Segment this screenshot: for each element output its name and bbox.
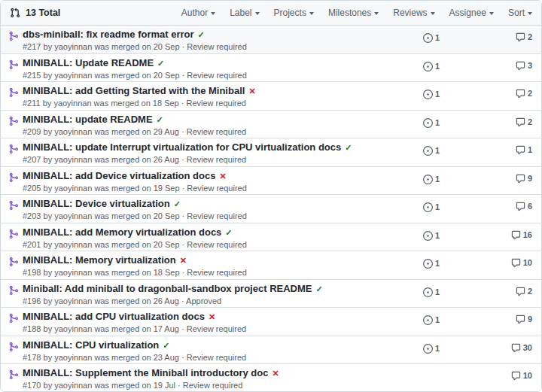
pull-request-title[interactable]: MINIBALL: add Getting Started with the M… xyxy=(23,86,245,96)
comment-column: 2 xyxy=(495,111,541,138)
comment-icon xyxy=(516,61,525,71)
pull-request-row[interactable]: MINIBALL: Memory virtualization ✕ #198 b… xyxy=(1,251,541,280)
chevron-down-icon xyxy=(309,12,314,15)
pull-request-row[interactable]: dbs-miniball: fix readme format error ✓ … xyxy=(1,26,541,54)
pull-request-row[interactable]: MINIBALL: Supplement the Miniball introd… xyxy=(1,364,541,392)
review-column: 1 xyxy=(423,167,495,195)
comments-link[interactable]: 9 xyxy=(516,315,532,324)
filter-button[interactable]: Author xyxy=(181,8,215,18)
comment-icon xyxy=(511,258,521,268)
pull-request-title[interactable]: MINIBALL: Supplement the Miniball introd… xyxy=(23,368,268,378)
pull-request-row[interactable]: MINIBALL: add Device virtualization docs… xyxy=(1,167,541,196)
pull-request-row[interactable]: MINIBALL: Device virtualization ✓ #203 b… xyxy=(1,195,541,223)
review-count: 1 xyxy=(435,202,440,212)
pull-request-row[interactable]: Miniball: Add miniball to dragonball-san… xyxy=(1,280,541,308)
git-merge-icon xyxy=(8,251,20,279)
status-icon: ✓ xyxy=(315,284,322,294)
comment-icon xyxy=(516,174,525,184)
pull-request-meta: #170 by yaoyinnan was merged on 19 Jul ·… xyxy=(23,381,423,390)
title-line: MINIBALL: Supplement the Miniball introd… xyxy=(23,368,423,378)
review-status-icon xyxy=(423,62,433,71)
comments-link[interactable]: 10 xyxy=(511,371,532,381)
filter-label: Assignee xyxy=(449,8,486,18)
pull-requests-list: 13 Total Author Label Projects Milestone… xyxy=(0,0,542,392)
comments-link[interactable]: 2 xyxy=(516,32,532,42)
filter-button[interactable]: Milestones xyxy=(328,8,379,18)
review-column: 1 xyxy=(423,308,495,336)
comments-link[interactable]: 9 xyxy=(516,174,532,184)
pull-request-row[interactable]: MINIBALL: CPU virtualization ✓ #178 by y… xyxy=(1,336,541,365)
pull-request-row[interactable]: MINIBALL: add Memory virtualization docs… xyxy=(1,223,541,252)
review-badge[interactable]: 1 xyxy=(423,344,440,354)
review-badge[interactable]: 1 xyxy=(423,202,440,212)
pull-request-row[interactable]: MINIBALL: add CPU virtualization docs ✕ … xyxy=(1,308,541,336)
comments-link[interactable]: 6 xyxy=(516,202,532,211)
review-count: 1 xyxy=(435,90,440,99)
review-badge[interactable]: 1 xyxy=(423,259,440,269)
pull-request-title[interactable]: MINIBALL: Update README xyxy=(23,58,154,68)
filter-button[interactable]: Label xyxy=(230,8,259,18)
pull-request-row[interactable]: MINIBALL: update README ✓ #209 by yaoyin… xyxy=(1,111,541,139)
pull-request-row[interactable]: MINIBALL: Update README ✓ #215 by yaoyin… xyxy=(1,54,541,83)
status-icon: ✕ xyxy=(272,368,279,378)
review-column: 1 xyxy=(423,82,495,110)
pull-request-main: MINIBALL: add CPU virtualization docs ✕ … xyxy=(23,308,423,336)
comments-link[interactable]: 2 xyxy=(516,89,532,99)
status-icon: ✕ xyxy=(209,311,215,322)
pull-request-title[interactable]: MINIBALL: CPU virtualization xyxy=(23,340,159,351)
review-status-icon xyxy=(423,175,433,184)
pull-request-title[interactable]: MINIBALL: Device virtualization xyxy=(23,199,170,209)
pull-request-title[interactable]: dbs-miniball: fix readme format error xyxy=(23,29,194,40)
total-count-group: 13 Total xyxy=(10,8,60,18)
pull-request-title[interactable]: MINIBALL: add CPU virtualization docs xyxy=(23,311,205,322)
comment-count: 2 xyxy=(528,89,532,99)
review-badge[interactable]: 1 xyxy=(423,62,440,71)
review-badge[interactable]: 1 xyxy=(423,287,440,297)
pull-request-title[interactable]: MINIBALL: update Interrupt virtualizatio… xyxy=(23,142,341,153)
review-badge[interactable]: 1 xyxy=(423,90,440,99)
title-line: MINIBALL: Device virtualization ✓ xyxy=(23,199,423,209)
review-status-icon xyxy=(423,231,433,241)
pull-request-title[interactable]: Miniball: Add miniball to dragonball-san… xyxy=(23,284,312,294)
comment-column: 3 xyxy=(495,54,541,82)
filter-button[interactable]: Projects xyxy=(274,8,314,18)
comments-link[interactable]: 2 xyxy=(516,287,532,296)
comments-link[interactable]: 30 xyxy=(511,343,532,353)
pull-request-title[interactable]: MINIBALL: update README xyxy=(23,114,153,125)
review-status-icon xyxy=(423,315,433,325)
pull-request-title[interactable]: MINIBALL: Memory virtualization xyxy=(23,255,176,266)
comment-count: 10 xyxy=(523,258,532,268)
review-badge[interactable]: 1 xyxy=(423,146,440,156)
status-icon: ✓ xyxy=(157,58,164,68)
pull-request-title[interactable]: MINIBALL: add Memory virtualization docs xyxy=(23,227,221,238)
status-icon: ✕ xyxy=(219,171,226,181)
review-badge[interactable]: 1 xyxy=(423,231,440,241)
comments-link[interactable]: 16 xyxy=(511,230,532,240)
comments-link[interactable]: 3 xyxy=(516,61,532,71)
filter-button[interactable]: Reviews xyxy=(393,8,434,18)
review-column: 1 xyxy=(423,195,495,223)
filter-button[interactable]: Sort xyxy=(508,8,532,18)
pull-request-row[interactable]: MINIBALL: update Interrupt virtualizatio… xyxy=(1,138,541,167)
review-badge[interactable]: 1 xyxy=(423,315,440,325)
filter-button[interactable]: Assignee xyxy=(449,8,494,18)
comment-icon xyxy=(516,287,525,296)
review-badge[interactable]: 1 xyxy=(423,33,440,43)
filter-label: Sort xyxy=(508,8,525,18)
comments-link[interactable]: 1 xyxy=(516,145,532,155)
comments-link[interactable]: 2 xyxy=(516,117,532,127)
pull-request-meta: #215 by yaoyinnan was merged on 20 Sep ·… xyxy=(23,71,423,80)
comment-icon xyxy=(516,89,525,99)
review-column xyxy=(423,364,495,392)
status-icon: ✓ xyxy=(174,199,181,209)
review-badge[interactable]: 1 xyxy=(423,175,440,184)
comment-column: 2 xyxy=(495,82,541,110)
pull-request-main: MINIBALL: Memory virtualization ✕ #198 b… xyxy=(23,251,423,279)
pull-request-title[interactable]: MINIBALL: add Device virtualization docs xyxy=(23,171,215,181)
pull-request-row[interactable]: MINIBALL: add Getting Started with the M… xyxy=(1,82,541,111)
review-badge[interactable]: 1 xyxy=(423,118,440,128)
comments-link[interactable]: 10 xyxy=(511,258,532,268)
pull-request-main: MINIBALL: add Getting Started with the M… xyxy=(23,82,423,110)
review-count: 1 xyxy=(435,33,440,43)
review-count: 1 xyxy=(435,62,440,71)
